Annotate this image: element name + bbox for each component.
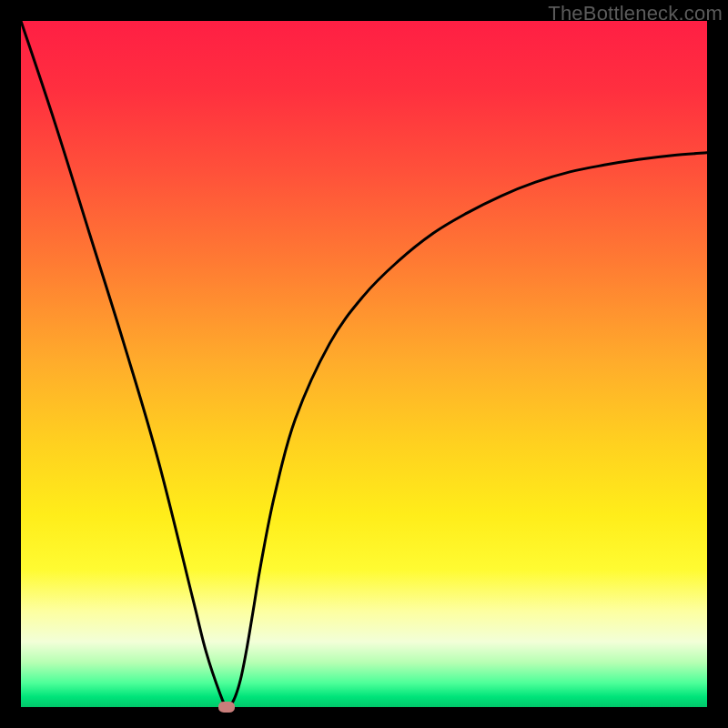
bottleneck-chart — [21, 21, 707, 707]
plot-area — [21, 21, 707, 707]
optimal-point-marker — [218, 702, 235, 713]
gradient-background — [21, 21, 707, 707]
watermark-text: TheBottleneck.com — [548, 2, 723, 25]
